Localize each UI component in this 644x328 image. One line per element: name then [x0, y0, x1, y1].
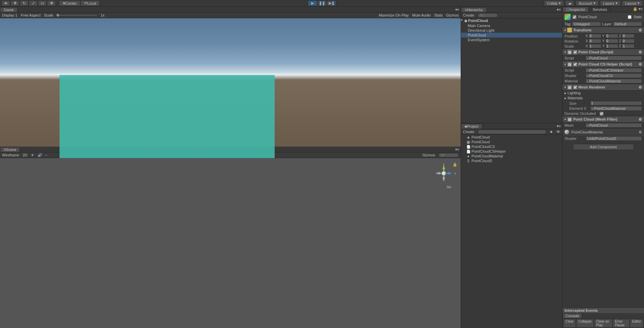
cloud-button[interactable]: ☁: [565, 0, 574, 6]
axis-gizmo[interactable]: y z Iso 🔒: [434, 163, 454, 190]
position-z[interactable]: [622, 34, 635, 38]
hierarchy-tab[interactable]: ≡Hierarchy: [461, 7, 487, 12]
project-tab[interactable]: ■Project: [461, 124, 482, 129]
hierarchy-search[interactable]: [478, 13, 498, 18]
hierarchy-body[interactable]: ◈ PointCloud Main CameraDirectional Ligh…: [461, 18, 562, 123]
scene-tab[interactable]: #Scene: [0, 147, 20, 152]
gameobject-icon[interactable]: [565, 14, 571, 20]
layer-dropdown[interactable]: Default: [613, 22, 642, 26]
project-item[interactable]: 📄PointCloudCSHelper: [461, 149, 562, 154]
maximize-toggle[interactable]: Maximize On Play: [379, 13, 409, 17]
game-view[interactable]: [0, 18, 461, 147]
project-item[interactable]: ◈PointCloud: [461, 135, 562, 140]
hand-tool[interactable]: 👁: [1, 0, 10, 6]
mode-2d-toggle[interactable]: 2D: [23, 153, 27, 157]
component-header[interactable]: ▦Point Cloud (Mesh Filter)⚙: [562, 116, 644, 123]
console-button[interactable]: Editor: [630, 319, 643, 328]
rotation-y[interactable]: [605, 39, 618, 43]
component-sub-row[interactable]: ▸ Materials: [562, 96, 644, 101]
project-item[interactable]: 📄PointCloudCS: [461, 144, 562, 149]
hierarchy-item[interactable]: Directional Light: [461, 28, 562, 33]
hierarchy-item[interactable]: Main Camera: [461, 23, 562, 28]
hierarchy-item[interactable]: EventSystem: [461, 37, 562, 42]
visibility-icon[interactable]: 👁: [556, 130, 560, 134]
gizmos-dropdown[interactable]: Gizmos: [446, 13, 459, 17]
gameobject-name[interactable]: PointCloud: [578, 15, 626, 19]
component-enable-checkbox[interactable]: [573, 50, 577, 54]
project-search[interactable]: [478, 130, 546, 134]
pause-button[interactable]: ❚❚: [317, 0, 327, 6]
favorites-icon[interactable]: ★: [550, 130, 553, 134]
scene-search[interactable]: [438, 153, 459, 157]
project-item[interactable]: SPointCloudS: [461, 158, 562, 163]
shader-dropdown[interactable]: Unlit/PointCloudS: [585, 136, 642, 141]
console-button[interactable]: Collapse: [576, 319, 594, 328]
panel-menu-icon[interactable]: ▾≡: [455, 147, 459, 151]
lock-icon[interactable]: 🔒: [453, 162, 457, 167]
shading-dropdown[interactable]: Wireframe: [2, 153, 19, 157]
scale-x[interactable]: [589, 44, 601, 48]
component-menu-icon[interactable]: ⚙: [639, 130, 642, 134]
panel-menu-icon[interactable]: ▾≡: [455, 7, 459, 11]
display-dropdown[interactable]: Display 1: [2, 13, 17, 17]
hierarchy-item[interactable]: PointCloud: [461, 33, 562, 37]
component-header[interactable]: ▦Point Cloud CS Helper (Script)⚙: [562, 61, 644, 68]
aspect-dropdown[interactable]: Free Aspect: [21, 13, 41, 17]
scale-tool[interactable]: ⤢: [29, 0, 38, 6]
step-button[interactable]: ▶❚: [327, 0, 336, 6]
position-y[interactable]: [605, 34, 618, 38]
object-field[interactable]: PointCloudCSHelper: [585, 68, 642, 73]
rect-tool[interactable]: ▭: [38, 0, 47, 6]
gameobject-active-checkbox[interactable]: [573, 15, 576, 19]
lighting-toggle[interactable]: ☀: [31, 153, 34, 157]
component-header[interactable]: ▦Point Cloud (Script)⚙: [562, 49, 644, 55]
pivot-local-toggle[interactable]: ⟳Local: [80, 0, 100, 6]
object-field[interactable]: PointCloud: [585, 56, 642, 60]
component-menu-icon[interactable]: ⚙: [639, 117, 642, 122]
component-menu-icon[interactable]: ⚙: [639, 85, 642, 90]
console-tab[interactable]: Console: [562, 313, 582, 319]
project-item[interactable]: ●PointCloudMaterial: [461, 154, 562, 158]
scale-slider[interactable]: [56, 15, 97, 16]
layers-dropdown[interactable]: Layers▾: [600, 0, 621, 6]
account-dropdown[interactable]: Account▾: [576, 0, 599, 6]
hierarchy-scene-root[interactable]: ◈ PointCloud: [461, 18, 562, 23]
lock-icon[interactable]: 🔒: [633, 7, 638, 11]
console-button[interactable]: Clear: [563, 319, 576, 328]
layout-dropdown[interactable]: Layout▾: [622, 0, 643, 6]
component-menu-icon[interactable]: ⚙: [639, 62, 642, 67]
tag-dropdown[interactable]: Untagged: [572, 22, 601, 26]
panel-menu-icon[interactable]: ▾≡: [557, 124, 561, 128]
project-body[interactable]: ◈PointCloud▦PointCloud📄PointCloudCS📄Poin…: [461, 135, 562, 328]
transform-component-header[interactable]: ⟀ Transform ⚙: [562, 27, 644, 33]
object-field[interactable]: PointCloudMaterial: [585, 79, 642, 83]
component-sub-row[interactable]: ▸ Lighting: [562, 91, 644, 96]
console-button[interactable]: Error Pause: [613, 319, 630, 328]
component-menu-icon[interactable]: ⚙: [639, 50, 642, 54]
static-checkbox[interactable]: [628, 15, 631, 19]
services-tab[interactable]: Services: [589, 7, 611, 12]
mute-toggle[interactable]: Mute Audio: [412, 13, 431, 17]
material-preview[interactable]: PointCloudMaterial ⚙: [562, 128, 644, 136]
fx-toggle[interactable]: ▫: [46, 153, 47, 157]
panel-menu-icon[interactable]: ▾≡: [639, 7, 643, 11]
rotate-tool[interactable]: ↻: [20, 0, 28, 6]
position-x[interactable]: [589, 34, 601, 38]
object-field[interactable]: PointCloudMaterial: [590, 106, 642, 111]
project-item[interactable]: ▦PointCloud: [461, 140, 562, 144]
scene-view[interactable]: 👁 y z Iso �: [0, 158, 461, 328]
component-header[interactable]: ▦Mesh Renderer⚙: [562, 84, 644, 91]
scale-y[interactable]: [605, 44, 618, 48]
stats-toggle[interactable]: Stats: [434, 13, 443, 17]
panel-menu-icon[interactable]: ▾≡: [557, 7, 561, 11]
hierarchy-create-dropdown[interactable]: Create: [463, 13, 474, 17]
component-enable-checkbox[interactable]: [573, 85, 577, 89]
object-field[interactable]: PointCloud: [585, 123, 642, 128]
add-component-button[interactable]: Add Component: [573, 144, 634, 150]
console-button[interactable]: Clear on Play: [594, 319, 613, 328]
inspector-tab[interactable]: ⓘInspector: [562, 7, 589, 12]
project-create-dropdown[interactable]: Create: [463, 130, 474, 134]
component-menu-icon[interactable]: ⚙: [639, 28, 642, 32]
play-button[interactable]: ▶: [308, 0, 317, 6]
checkbox-field[interactable]: [600, 112, 603, 116]
